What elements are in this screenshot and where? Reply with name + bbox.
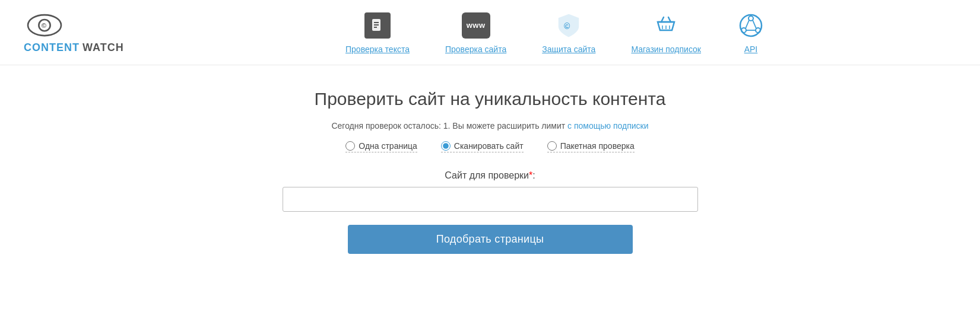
page-title: Проверить сайт на уникальность контента xyxy=(315,89,666,109)
svg-line-16 xyxy=(746,20,749,28)
nav-subscription-shop[interactable]: Магазин подписок xyxy=(631,11,701,54)
form-section: Сайт для проверки*: Подобрать страницы xyxy=(283,170,698,254)
field-label-text: Сайт для проверки xyxy=(445,170,529,180)
radio-group: Одна страница Сканировать сайт Пакетная … xyxy=(345,141,634,152)
logo-watch: WATCH xyxy=(83,42,124,54)
nav-api-label: API xyxy=(744,44,758,54)
logo: © CONTENT WATCH xyxy=(24,11,154,54)
field-label: Сайт для проверки*: xyxy=(445,170,535,181)
main-nav: Проверка текста www Проверка сайта © Защ… xyxy=(154,11,956,54)
info-prefix: Сегодня проверок осталось: 1. Вы можете … xyxy=(331,121,567,131)
nav-protect-site-label: Защита сайта xyxy=(542,44,595,54)
nav-check-text-label: Проверка текста xyxy=(345,44,410,54)
nav-check-site[interactable]: www Проверка сайта xyxy=(445,11,506,54)
www-icon: www xyxy=(462,11,490,40)
svg-line-17 xyxy=(753,20,756,28)
api-icon xyxy=(737,11,765,40)
nav-check-site-label: Проверка сайта xyxy=(445,44,506,54)
document-icon xyxy=(363,11,392,40)
radio-scan-site[interactable]: Сканировать сайт xyxy=(441,141,524,152)
radio-scan-site-input[interactable] xyxy=(441,141,451,151)
radio-batch-check-input[interactable] xyxy=(547,141,557,151)
subscription-link[interactable]: с помощью подписки xyxy=(567,121,648,131)
radio-batch-check-label: Пакетная проверка xyxy=(560,141,635,151)
basket-icon xyxy=(652,11,680,40)
shield-icon: © xyxy=(554,11,583,40)
radio-scan-site-label: Сканировать сайт xyxy=(454,141,524,151)
submit-button[interactable]: Подобрать страницы xyxy=(348,225,633,254)
radio-batch-check[interactable]: Пакетная проверка xyxy=(547,141,635,152)
logo-content: CONTENT xyxy=(24,42,80,54)
nav-subscription-shop-label: Магазин подписок xyxy=(631,44,701,54)
required-star: * xyxy=(529,170,532,180)
nav-protect-site[interactable]: © Защита сайта xyxy=(542,11,595,54)
info-text: Сегодня проверок осталось: 1. Вы можете … xyxy=(331,121,648,131)
radio-one-page-input[interactable] xyxy=(345,141,355,151)
radio-one-page[interactable]: Одна страница xyxy=(345,141,417,152)
nav-api[interactable]: API xyxy=(737,11,765,54)
site-input[interactable] xyxy=(283,187,698,212)
radio-one-page-label: Одна страница xyxy=(359,141,417,151)
svg-point-13 xyxy=(749,16,753,21)
nav-check-text[interactable]: Проверка текста xyxy=(345,11,410,54)
svg-text:©: © xyxy=(564,21,570,31)
svg-text:©: © xyxy=(42,22,47,29)
